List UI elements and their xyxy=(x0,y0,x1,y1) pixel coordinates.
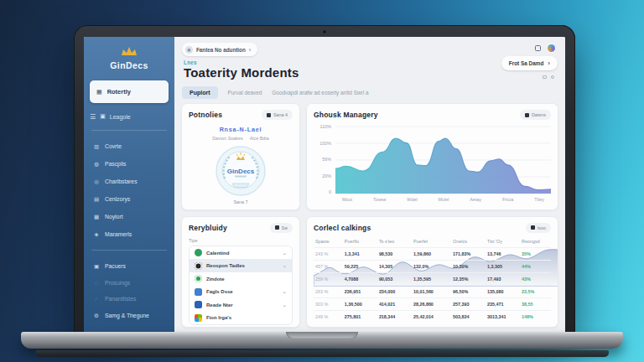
table-cell: 414,021 xyxy=(377,302,412,307)
card-badge-button[interactable]: Datens xyxy=(520,110,551,120)
y-tick: 100% xyxy=(319,141,331,146)
table-cell: 1,3,341 xyxy=(343,251,377,256)
sidebar-item-pananttistes[interactable]: ✓ Pananttistes xyxy=(84,291,174,307)
list-item-zindote[interactable]: Zindote xyxy=(190,272,292,286)
breadcrumb-icon: ◉ xyxy=(185,46,193,54)
emblem-text: GinDecs xyxy=(227,168,255,175)
list-box: Calentind ⌄ Reospon Tadles ⌄ Zindote xyxy=(189,246,293,325)
breadcrumb[interactable]: ◉ Fantea No aduntion › xyxy=(182,43,257,56)
list-item-calentind[interactable]: Calentind ⌄ xyxy=(190,246,292,260)
sidebar-item-label: Prosuings xyxy=(105,280,130,286)
list-section-label: Tipe xyxy=(189,238,293,243)
topbar-icons xyxy=(535,44,555,52)
table-cell: 236,951 xyxy=(343,289,377,294)
primary-action-button[interactable]: Frot Sa Damd › xyxy=(501,56,558,70)
profile-subtitles: Davton Soakes Alce Bdta xyxy=(189,136,293,141)
table-cell: 25,42,014 xyxy=(412,314,451,319)
sidebar-item-label: Pascplis xyxy=(105,161,126,167)
card-badge-button[interactable]: Sana 4 xyxy=(262,110,293,120)
card-badge-button[interactable]: Isoo xyxy=(526,223,551,233)
table-cell: 35% xyxy=(520,251,551,256)
sidebar-item-pascplis[interactable]: ◍ Pascplis xyxy=(84,155,174,173)
sidebar-item-label: Charlbstares xyxy=(105,178,138,184)
table-cell: 303 % xyxy=(314,302,343,307)
sidebar-item-label: Noylort xyxy=(105,214,123,220)
copy-icon[interactable] xyxy=(535,45,541,51)
divider xyxy=(91,130,167,131)
chevron-right-icon: › xyxy=(548,59,550,67)
list-item-fagls-dsse[interactable]: Fagls Dsse ⌄ xyxy=(190,285,292,298)
table-cell: 218,344 xyxy=(377,314,412,319)
table-cell: 98,530 xyxy=(377,251,412,256)
list-item-label: Reade Nter xyxy=(206,303,233,308)
eyebrow-label: Lnes xyxy=(184,59,197,65)
table-cell: 38,55 xyxy=(520,302,551,307)
chevron-down-icon[interactable]: ⌄ xyxy=(283,288,287,295)
table-cell: 1,35,595 xyxy=(412,277,451,282)
laptop-base xyxy=(21,332,623,349)
tab-purval-deaved[interactable]: Purval deaved xyxy=(228,90,262,96)
list-item-reade-nter[interactable]: Reade Nter ⌄ xyxy=(190,298,292,312)
logo: GinDecs xyxy=(84,37,174,70)
column-header: Spaow xyxy=(314,239,343,244)
hamburger-icon[interactable]: ☰ xyxy=(90,113,96,121)
card-title: Rerybluidy xyxy=(189,224,227,232)
profile-link[interactable]: Rnsa-N-Lael xyxy=(189,126,293,133)
y-tick: 20% xyxy=(322,173,331,178)
check-icon: ✓ xyxy=(93,296,100,303)
sidebar-item-secondary[interactable]: ☰ ▣ Leagole xyxy=(84,110,174,123)
card-title: Potnolies xyxy=(189,111,222,119)
sidebar-item-settings[interactable]: ⚙ Samg & Thegune xyxy=(84,307,174,324)
card-icon: ▥ xyxy=(93,143,100,150)
table-cell: 234,000 xyxy=(377,289,412,294)
tag-icon xyxy=(267,113,271,117)
sidebar-item-maramerls[interactable]: ◈ Maramerls xyxy=(84,225,174,243)
table-cell: 4,7088 xyxy=(343,277,377,282)
chevron-down-icon[interactable]: ⌄ xyxy=(283,250,287,256)
laptop-base-shadow xyxy=(35,350,609,357)
chevron-down-icon[interactable]: ⌄ xyxy=(283,302,287,308)
subtitle-2: Alce Bdta xyxy=(250,136,269,141)
briefcase-icon xyxy=(275,225,279,230)
brand-name: GinDecs xyxy=(84,60,174,70)
table-cell: 17,493 xyxy=(486,277,520,282)
clock-icon[interactable] xyxy=(551,75,554,79)
laptop-base-notch xyxy=(286,332,358,339)
card-badge-button[interactable]: Sw xyxy=(270,223,293,233)
table-cell: 243 % xyxy=(314,251,343,256)
table-row: 263 % 236,951 234,000 10,01,560 96,50% 1… xyxy=(314,285,551,297)
column-header: Onelcs xyxy=(451,239,486,244)
sidebar-item-active[interactable]: ▦ Rotertly xyxy=(90,80,169,103)
crown-icon xyxy=(120,46,138,56)
card-title: Ghousk Managery xyxy=(314,111,378,119)
subtitle-1: Davton Soakes xyxy=(212,136,243,141)
badge-label: Sana 4 xyxy=(273,112,288,117)
table-cell: 263 % xyxy=(314,289,343,294)
list-item-label: Calentind xyxy=(206,251,229,256)
sidebar-item-prosuings[interactable]: ◇ Prosuings xyxy=(84,275,174,291)
sidebar-item-cenlzorys[interactable]: ▤ Cenlzorys xyxy=(84,190,174,208)
tab-bar: Puplort Purval deaved Goodvapdi arafw ad… xyxy=(182,85,368,100)
list-item-reospon-tadles[interactable]: Reospon Tadles ⌄ xyxy=(190,259,292,272)
table-cell: 28,26,860 xyxy=(412,302,451,307)
list-card: Rerybluidy Sw Tipe Calentind ⌄ xyxy=(181,216,300,328)
sidebar-item-charlbstares[interactable]: ◎ Charlbstares xyxy=(84,173,174,190)
chevron-down-icon[interactable]: ⌄ xyxy=(283,262,287,269)
chevron-right-icon: › xyxy=(249,47,251,53)
sidebar-item-covrte[interactable]: ▥ Covrte xyxy=(84,137,174,155)
sidebar-item-pacuers[interactable]: ▣ Pacuers xyxy=(84,257,174,275)
x-tick: Fricia xyxy=(502,197,513,202)
flag-icon xyxy=(531,225,535,230)
sidebar-item-noylort[interactable]: ▦ Noylort xyxy=(84,208,174,225)
tab-puplort[interactable]: Puplort xyxy=(182,86,218,99)
avatar[interactable] xyxy=(548,44,555,52)
report-icon: ▦ xyxy=(93,214,100,220)
table-cell: 43% xyxy=(520,277,551,282)
layout-icon[interactable] xyxy=(543,75,547,79)
table-cell: 12,35% xyxy=(451,277,486,282)
badge-label: Datens xyxy=(532,112,546,117)
list-item-fion-irgas[interactable]: Fion Irga's xyxy=(190,311,292,324)
table-cell: 1,3,305 xyxy=(486,264,520,269)
tab-goodvapdi[interactable]: Goodvapdi arafw ad eoserty antid Swrl a xyxy=(272,90,368,96)
table-row: 457 % 59,225 14,305 132,0% 10,30% 1,3,30… xyxy=(314,260,551,272)
